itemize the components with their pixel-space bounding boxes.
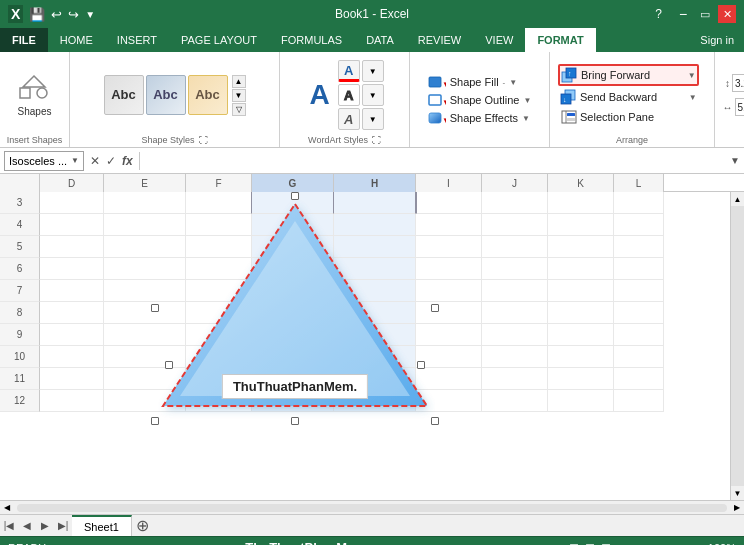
- cell-k12[interactable]: [548, 390, 614, 412]
- col-header-d[interactable]: D: [40, 174, 104, 192]
- bring-forward-row[interactable]: ↑ Bring Forward ▼: [558, 64, 699, 86]
- shape-outline-dropdown[interactable]: ▼: [523, 96, 531, 105]
- cell-d6[interactable]: [40, 258, 104, 280]
- cell-k4[interactable]: [548, 214, 614, 236]
- zoom-in-btn[interactable]: +: [695, 542, 701, 546]
- view-page-break-btn[interactable]: ⊠: [601, 541, 611, 546]
- sheet-nav-next[interactable]: ▶: [36, 515, 54, 537]
- shape-fill-dropdown[interactable]: ▼: [509, 78, 517, 87]
- cell-j3[interactable]: [482, 192, 548, 214]
- cell-l4[interactable]: [614, 214, 664, 236]
- hscroll-right-btn[interactable]: ▶: [730, 501, 744, 515]
- cell-j7[interactable]: [482, 280, 548, 302]
- cell-d10[interactable]: [40, 346, 104, 368]
- send-backward-row[interactable]: ↓ Send Backward ▼: [558, 88, 699, 106]
- formula-fx-btn[interactable]: fx: [120, 154, 135, 168]
- text-outline-dropdown[interactable]: ▼: [362, 84, 384, 106]
- cell-l12[interactable]: [614, 390, 664, 412]
- customize-icon[interactable]: ▼: [85, 9, 95, 20]
- cell-l9[interactable]: [614, 324, 664, 346]
- cell-k10[interactable]: [548, 346, 614, 368]
- sheet-nav-first[interactable]: |◀: [0, 515, 18, 537]
- sheet-add-tab-btn[interactable]: ⊕: [132, 515, 154, 537]
- cell-d8[interactable]: [40, 302, 104, 324]
- style-scroll-down[interactable]: ▼: [232, 89, 246, 102]
- cell-k6[interactable]: [548, 258, 614, 280]
- tab-format[interactable]: FORMAT: [525, 28, 595, 52]
- cell-k11[interactable]: [548, 368, 614, 390]
- handle-quarter-right[interactable]: [417, 361, 425, 369]
- text-effects-a-button[interactable]: A: [338, 108, 360, 130]
- name-box-input[interactable]: [9, 155, 71, 167]
- shape-styles-expand[interactable]: ⛶: [199, 135, 208, 145]
- minimize-button[interactable]: −: [674, 5, 692, 23]
- restore-button[interactable]: ▭: [696, 5, 714, 23]
- shape-container[interactable]: ThuThuatPhanMem.: [155, 196, 435, 421]
- handle-mid-left[interactable]: [151, 304, 159, 312]
- handle-quarter-left[interactable]: [165, 361, 173, 369]
- handle-top-center[interactable]: [291, 192, 299, 200]
- cell-l5[interactable]: [614, 236, 664, 258]
- sheet-nav-last[interactable]: ▶|: [54, 515, 72, 537]
- style-preset-1[interactable]: Abc: [104, 75, 144, 115]
- cell-l3[interactable]: [614, 192, 664, 214]
- tab-data[interactable]: DATA: [354, 28, 406, 52]
- style-preset-2[interactable]: Abc: [146, 75, 186, 115]
- cell-k7[interactable]: [548, 280, 614, 302]
- hscroll-track[interactable]: [17, 504, 727, 512]
- col-header-f[interactable]: F: [186, 174, 252, 192]
- cell-j6[interactable]: [482, 258, 548, 280]
- cell-d3[interactable]: [40, 192, 104, 214]
- col-header-e[interactable]: E: [104, 174, 186, 192]
- cell-d12[interactable]: [40, 390, 104, 412]
- cell-j10[interactable]: [482, 346, 548, 368]
- tab-formulas[interactable]: FORMULAS: [269, 28, 354, 52]
- shape-outline-row[interactable]: ▼ Shape Outline ▼: [426, 92, 534, 108]
- handle-bottom-right[interactable]: [431, 417, 439, 425]
- redo-icon[interactable]: ↪: [68, 7, 79, 22]
- cell-l10[interactable]: [614, 346, 664, 368]
- cell-d11[interactable]: [40, 368, 104, 390]
- cell-d9[interactable]: [40, 324, 104, 346]
- tab-view[interactable]: VIEW: [473, 28, 525, 52]
- close-button[interactable]: ✕: [718, 5, 736, 23]
- shape-effects-row[interactable]: ▼ Shape Effects ▼: [426, 110, 532, 126]
- cell-j9[interactable]: [482, 324, 548, 346]
- zoom-out-btn[interactable]: −: [617, 542, 623, 546]
- col-header-h[interactable]: H: [334, 174, 416, 192]
- col-header-k[interactable]: K: [548, 174, 614, 192]
- cell-j12[interactable]: [482, 390, 548, 412]
- shape-fill-row[interactable]: ▼ Shape Fill - ▼: [426, 74, 520, 90]
- col-header-g[interactable]: G: [252, 174, 334, 192]
- cell-k9[interactable]: [548, 324, 614, 346]
- cell-d5[interactable]: [40, 236, 104, 258]
- formula-cancel-btn[interactable]: ✕: [88, 154, 102, 168]
- text-fill-dropdown[interactable]: ▼: [362, 60, 384, 82]
- cell-j5[interactable]: [482, 236, 548, 258]
- name-box-dropdown[interactable]: ▼: [71, 156, 79, 165]
- save-icon[interactable]: 💾: [29, 7, 45, 22]
- wordart-styles-expand[interactable]: ⛶: [372, 135, 381, 145]
- cell-k8[interactable]: [548, 302, 614, 324]
- cell-j8[interactable]: [482, 302, 548, 324]
- wordart-a-button[interactable]: A: [305, 79, 333, 111]
- tab-page-layout[interactable]: PAGE LAYOUT: [169, 28, 269, 52]
- vscroll-track[interactable]: [731, 206, 744, 486]
- undo-icon[interactable]: ↩: [51, 7, 62, 22]
- hscroll-left-btn[interactable]: ◀: [0, 501, 14, 515]
- shapes-button[interactable]: Shapes: [12, 72, 58, 119]
- col-header-i[interactable]: I: [416, 174, 482, 192]
- selection-pane-row[interactable]: Selection Pane: [558, 108, 699, 126]
- shape-effects-dropdown[interactable]: ▼: [522, 114, 530, 123]
- handle-bottom-center[interactable]: [291, 417, 299, 425]
- vscroll-down-btn[interactable]: ▼: [731, 486, 744, 500]
- tab-home[interactable]: HOME: [48, 28, 105, 52]
- handle-mid-right[interactable]: [431, 304, 439, 312]
- text-fill-a-button[interactable]: A: [338, 60, 360, 82]
- view-normal-btn[interactable]: ⊞: [569, 541, 579, 546]
- cell-l6[interactable]: [614, 258, 664, 280]
- cell-k5[interactable]: [548, 236, 614, 258]
- formula-input[interactable]: [144, 151, 726, 171]
- cell-l7[interactable]: [614, 280, 664, 302]
- style-scroll-up[interactable]: ▲: [232, 75, 246, 88]
